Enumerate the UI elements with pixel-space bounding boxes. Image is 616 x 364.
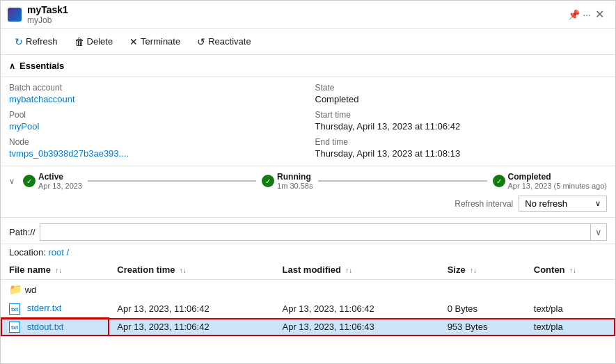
- creation-sort-icon[interactable]: ↑↓: [180, 267, 187, 274]
- modified-sort-icon[interactable]: ↑↓: [345, 267, 352, 274]
- folder-icon: 📁: [9, 283, 22, 295]
- file-name-value: wd: [25, 285, 37, 295]
- file-table-body: 📁 wd txt stderr.txt Apr 13, 2023, 11:06:…: [1, 280, 615, 337]
- state-label: State: [315, 83, 608, 93]
- size-cell: 0 Bytes: [439, 299, 526, 318]
- refresh-icon: ↻: [15, 36, 23, 47]
- location-root-link[interactable]: root /: [48, 247, 69, 258]
- modified-cell: [274, 280, 439, 300]
- col-filename: File name ↑↓: [1, 260, 109, 280]
- table-row[interactable]: 📁 wd: [1, 280, 615, 300]
- end-time-value: Thursday, April 13, 2023 at 11:08:13: [315, 148, 461, 159]
- state-item: State Completed: [315, 83, 608, 104]
- delete-button[interactable]: 🗑 Delete: [68, 33, 120, 50]
- file-table: File name ↑↓ Creation time ↑↓ Last modif…: [1, 260, 615, 336]
- location-bar: Location: root /: [1, 244, 615, 260]
- creation-cell: Apr 13, 2023, 11:06:42: [109, 318, 274, 337]
- content-sort-icon[interactable]: ↑↓: [569, 267, 576, 274]
- essentials-header[interactable]: ∧ Essentials: [1, 55, 615, 77]
- table-row[interactable]: txt stderr.txt Apr 13, 2023, 11:06:42 Ap…: [1, 299, 615, 318]
- size-cell: [439, 280, 526, 300]
- node-label: Node: [9, 137, 301, 147]
- pin-icon[interactable]: 📌: [568, 9, 580, 20]
- timeline-step-running: ✓ Running 1m 30.58s: [262, 172, 313, 190]
- creation-cell: [109, 280, 274, 300]
- dropdown-chevron-icon: ∨: [595, 199, 601, 208]
- more-icon[interactable]: ···: [583, 9, 591, 20]
- timeline-bar: ∨ ✓ Active Apr 13, 2023 ✓ Running 1m 30.…: [9, 172, 607, 190]
- completed-step-sub: Apr 13, 2023 (5 minutes ago): [508, 182, 607, 190]
- state-value: Completed: [315, 94, 359, 104]
- refresh-interval-value: No refresh: [525, 198, 567, 209]
- txt-file-icon: txt: [9, 322, 20, 333]
- title-bar: myTask1 myJob 📌 ··· ✕: [1, 1, 615, 29]
- close-button[interactable]: ✕: [591, 6, 608, 22]
- delete-label: Delete: [87, 36, 113, 47]
- col-creation-label: Creation time: [117, 264, 175, 275]
- end-time-label: End time: [315, 137, 608, 147]
- terminate-button[interactable]: ✕ Terminate: [123, 33, 187, 50]
- col-size: Size ↑↓: [439, 260, 526, 280]
- timeline-section: ∨ ✓ Active Apr 13, 2023 ✓ Running 1m 30.…: [1, 166, 615, 218]
- file-name-cell: 📁 wd: [1, 280, 109, 300]
- active-step-sub: Apr 13, 2023: [38, 182, 82, 190]
- active-step-label: Active: [38, 172, 82, 182]
- connector-2: [318, 180, 487, 182]
- delete-icon: 🗑: [74, 36, 84, 47]
- file-table-header: File name ↑↓ Creation time ↑↓ Last modif…: [1, 260, 615, 280]
- creation-cell: Apr 13, 2023, 11:06:42: [109, 299, 274, 318]
- size-cell: 953 Bytes: [439, 318, 526, 337]
- col-content-label: Conten: [534, 264, 565, 275]
- col-modified-label: Last modified: [282, 264, 341, 275]
- essentials-title: Essentials: [19, 61, 64, 71]
- refresh-button[interactable]: ↻ Refresh: [8, 33, 65, 50]
- reactivate-label: Reactivate: [208, 36, 251, 47]
- end-time-item: End time Thursday, April 13, 2023 at 11:…: [315, 137, 608, 159]
- timeline-step-active: ✓ Active Apr 13, 2023: [23, 172, 82, 190]
- running-step-sub: 1m 30.58s: [277, 182, 313, 190]
- batch-account-label: Batch account: [9, 83, 301, 93]
- file-table-container: File name ↑↓ Creation time ↑↓ Last modif…: [1, 260, 615, 336]
- page-subtitle: myJob: [27, 15, 564, 25]
- location-prefix: Location:: [9, 247, 48, 258]
- batch-account-link[interactable]: mybatchaccount: [9, 94, 75, 104]
- timeline-chevron-icon[interactable]: ∨: [9, 177, 15, 186]
- stderr-file-link[interactable]: stderr.txt: [27, 303, 62, 313]
- active-check-icon: ✓: [23, 175, 35, 187]
- modified-cell: Apr 13, 2023, 11:06:43: [274, 318, 439, 337]
- refresh-interval-select[interactable]: No refresh ∨: [519, 196, 607, 212]
- filename-sort-icon[interactable]: ↑↓: [55, 267, 62, 274]
- txt-file-icon: txt: [9, 303, 20, 315]
- running-step-label: Running: [277, 172, 313, 182]
- pool-item: Pool myPool: [9, 110, 301, 132]
- node-link[interactable]: tvmps_0b3938d27b3ae393....: [9, 148, 129, 159]
- path-label: Path://: [9, 227, 35, 237]
- file-name-cell: txt stderr.txt: [1, 299, 109, 318]
- content-cell: text/pla: [526, 299, 615, 318]
- table-row[interactable]: txt stdout.txt Apr 13, 2023, 11:06:42 Ap…: [1, 318, 615, 337]
- path-input[interactable]: [40, 224, 590, 240]
- toolbar: ↻ Refresh 🗑 Delete ✕ Terminate ↺ Reactiv…: [1, 29, 615, 55]
- timeline-footer: Refresh interval No refresh ∨: [9, 196, 607, 212]
- running-check-icon: ✓: [262, 175, 274, 187]
- collapse-icon: ∧: [9, 61, 15, 71]
- path-input-wrap: ∨: [40, 223, 607, 241]
- reactivate-button[interactable]: ↺ Reactivate: [190, 33, 258, 50]
- batch-account-item: Batch account mybatchaccount: [9, 83, 301, 104]
- col-content: Conten ↑↓: [526, 260, 615, 280]
- refresh-label: Refresh: [26, 36, 58, 47]
- col-filename-label: File name: [9, 264, 51, 275]
- stdout-file-link[interactable]: stdout.txt: [27, 322, 64, 332]
- col-size-label: Size: [448, 264, 466, 275]
- essentials-left-col: Batch account mybatchaccount Pool myPool…: [9, 83, 301, 159]
- col-modified: Last modified ↑↓: [274, 260, 439, 280]
- file-name-cell: txt stdout.txt: [1, 318, 109, 337]
- path-dropdown-icon[interactable]: ∨: [590, 224, 606, 240]
- size-sort-icon[interactable]: ↑↓: [470, 267, 477, 274]
- pool-label: Pool: [9, 110, 301, 120]
- col-creation: Creation time ↑↓: [109, 260, 274, 280]
- modified-cell: Apr 13, 2023, 11:06:42: [274, 299, 439, 318]
- node-item: Node tvmps_0b3938d27b3ae393....: [9, 137, 301, 159]
- pool-link[interactable]: myPool: [9, 121, 39, 132]
- start-time-item: Start time Thursday, April 13, 2023 at 1…: [315, 110, 608, 132]
